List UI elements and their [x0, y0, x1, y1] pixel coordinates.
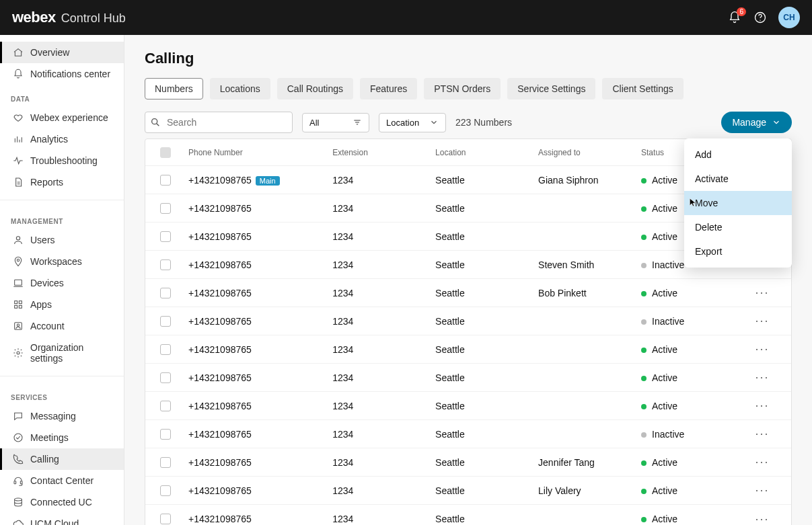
cell-phone: +14321098765: [183, 203, 327, 214]
sidebar-item-connected uc[interactable]: Connected UC: [0, 491, 124, 513]
manage-menu-move[interactable]: Move: [684, 191, 792, 215]
row-checkbox[interactable]: [160, 231, 171, 242]
table-row[interactable]: +14321098765 1234 Seattle Lily Valery Ac…: [145, 477, 791, 505]
row-checkbox[interactable]: [160, 485, 171, 496]
sidebar-item-troubleshooting[interactable]: Troubleshooting: [0, 150, 124, 171]
row-actions-button[interactable]: ···: [739, 370, 786, 385]
bell-icon: [13, 69, 24, 79]
select-all-checkbox[interactable]: [160, 147, 171, 158]
chat-icon: [13, 411, 24, 421]
toolbar: All Location 223 Numbers Manage: [145, 112, 792, 133]
search-field-wrap: [145, 112, 293, 133]
manage-menu-delete[interactable]: Delete: [684, 215, 792, 239]
table-row[interactable]: +14321098765 1234 Seattle Bob Pinkett Ac…: [145, 279, 791, 307]
search-input[interactable]: [145, 112, 293, 133]
row-checkbox[interactable]: [160, 203, 171, 214]
svg-rect-15: [19, 305, 22, 308]
notifications-badge: 6: [737, 7, 746, 16]
col-extension: Extension: [327, 148, 430, 157]
table-row[interactable]: +14321098765 1234 Seattle Jennifer Tang …: [145, 448, 791, 477]
filter-all-select[interactable]: All: [302, 113, 369, 132]
row-actions-button[interactable]: ···: [739, 427, 786, 441]
row-checkbox[interactable]: [160, 344, 171, 355]
svg-point-19: [14, 434, 22, 442]
row-checkbox[interactable]: [160, 316, 171, 327]
sidebar-item-label: Calling: [30, 454, 59, 465]
svg-point-18: [17, 352, 20, 354]
filter-location-select[interactable]: Location: [379, 113, 446, 132]
table-row[interactable]: +14321098765 1234 Seattle Inactive ···: [145, 420, 791, 448]
row-checkbox[interactable]: [160, 175, 171, 186]
row-actions-button[interactable]: ···: [739, 342, 786, 356]
tab-features[interactable]: Features: [360, 78, 417, 99]
row-checkbox[interactable]: [160, 372, 171, 383]
notifications-button[interactable]: 6: [727, 10, 742, 25]
tab-locations[interactable]: Locations: [210, 78, 270, 99]
row-actions-button[interactable]: ···: [739, 455, 786, 469]
cell-assigned: Lily Valery: [533, 485, 636, 496]
svg-point-1: [760, 20, 760, 21]
row-checkbox[interactable]: [160, 429, 171, 440]
sidebar-item-calling[interactable]: Calling: [0, 448, 124, 470]
sidebar-item-meetings[interactable]: Meetings: [0, 427, 124, 448]
device-icon: [13, 278, 24, 288]
cell-phone: +14321098765: [183, 288, 327, 298]
sidebar-item-reports[interactable]: Reports: [0, 171, 124, 193]
sidebar-item-webex experience[interactable]: Webex experience: [0, 107, 124, 128]
svg-rect-13: [19, 301, 22, 304]
sidebar-item-label: Devices: [30, 278, 64, 288]
sidebar-item-label: Apps: [30, 299, 52, 310]
svg-point-23: [152, 119, 157, 124]
table-row[interactable]: +14321098765 1234 Seattle Active ···: [145, 364, 791, 392]
pulse-icon: [13, 155, 24, 166]
avatar[interactable]: CH: [778, 7, 800, 28]
help-button[interactable]: [753, 10, 768, 25]
tab-call routings[interactable]: Call Routings: [277, 78, 353, 99]
sidebar-item-organization settings[interactable]: Organization settings: [0, 337, 124, 369]
sidebar-item-notifications center[interactable]: Notifications center: [0, 63, 124, 85]
table-row[interactable]: +14321098765 1234 Seattle Active ···: [145, 505, 791, 525]
sidebar-item-workspaces[interactable]: Workspaces: [0, 251, 124, 272]
row-actions-button[interactable]: ···: [739, 483, 786, 497]
cell-location: Seattle: [430, 485, 533, 496]
manage-menu-add[interactable]: Add: [684, 143, 792, 167]
cell-status: Active: [636, 485, 739, 496]
row-actions-button[interactable]: ···: [739, 286, 786, 300]
menu-item-label: Add: [695, 149, 712, 160]
home-icon: [13, 47, 24, 58]
sidebar-item-apps[interactable]: Apps: [0, 294, 124, 315]
sidebar-item-devices[interactable]: Devices: [0, 272, 124, 294]
table-row[interactable]: +14321098765 1234 Seattle Inactive ···: [145, 307, 791, 335]
tab-numbers[interactable]: Numbers: [145, 78, 203, 99]
sidebar-item-contact center[interactable]: Contact Center: [0, 470, 124, 491]
row-actions-button[interactable]: ···: [739, 512, 786, 526]
cell-extension: 1234: [327, 231, 430, 242]
row-actions-button[interactable]: ···: [739, 314, 786, 328]
sidebar-item-overview[interactable]: Overview: [0, 42, 124, 63]
manage-menu-export[interactable]: Export: [684, 239, 792, 264]
row-checkbox[interactable]: [160, 457, 171, 468]
cloud-icon: [13, 518, 24, 525]
tab-client settings[interactable]: Client Settings: [602, 78, 683, 99]
svg-point-17: [17, 324, 19, 326]
manage-menu-activate[interactable]: Activate: [684, 167, 792, 191]
sidebar-item-account[interactable]: Account: [0, 315, 124, 337]
manage-button[interactable]: Manage: [721, 112, 792, 133]
cell-location: Seattle: [430, 231, 533, 242]
row-checkbox[interactable]: [160, 514, 171, 524]
table-row[interactable]: +14321098765 1234 Seattle Active ···: [145, 392, 791, 420]
sidebar-item-analytics[interactable]: Analytics: [0, 128, 124, 150]
sidebar-item-label: Connected UC: [30, 497, 92, 508]
sidebar-item-users[interactable]: Users: [0, 229, 124, 251]
row-checkbox[interactable]: [160, 401, 171, 411]
tab-service settings[interactable]: Service Settings: [507, 78, 595, 99]
sidebar-item-ucm cloud[interactable]: UCM Cloud: [0, 513, 124, 525]
row-checkbox[interactable]: [160, 288, 171, 298]
table-row[interactable]: +14321098765 1234 Seattle Active ···: [145, 335, 791, 364]
tab-ptsn orders[interactable]: PTSN Orders: [424, 78, 501, 99]
menu-item-label: Export: [695, 246, 722, 257]
sidebar-item-messaging[interactable]: Messaging: [0, 405, 124, 427]
cell-location: Seattle: [430, 372, 533, 383]
row-actions-button[interactable]: ···: [739, 399, 786, 413]
row-checkbox[interactable]: [160, 259, 171, 270]
